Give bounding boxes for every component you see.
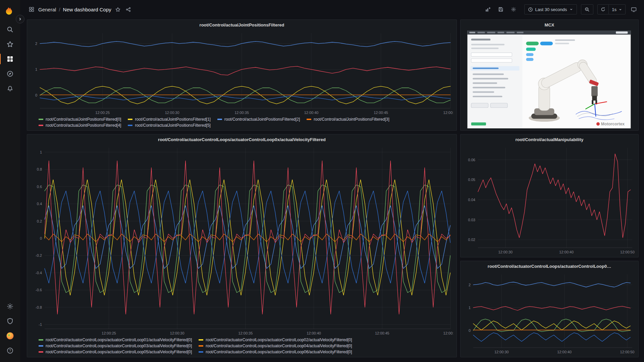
svg-text:0.6: 0.6 <box>37 185 42 189</box>
svg-text:0.2: 0.2 <box>37 219 42 223</box>
series-color-marker <box>307 119 311 120</box>
legend-item[interactable]: root/Control/actualJointPositionsFiltere… <box>39 123 121 128</box>
apps-grid-icon[interactable] <box>28 5 36 13</box>
tv-mode-button[interactable] <box>630 5 638 14</box>
legend-item[interactable]: root/Control/actualJointPositionsFiltere… <box>307 117 389 122</box>
mcx-watermark: Motorcortex <box>601 122 625 126</box>
refresh-icon <box>601 7 605 12</box>
panel-title[interactable]: root/Control/actuatorControlLoops/actuat… <box>158 137 326 142</box>
panel-header: MCX <box>461 20 638 30</box>
chevron-down-icon <box>569 7 573 11</box>
svg-text:2: 2 <box>469 283 471 287</box>
dashboard-title[interactable]: New dashboard Copy <box>63 7 111 12</box>
compass-icon <box>7 70 13 77</box>
share-icon <box>126 7 131 12</box>
actuator-loops-chart[interactable]: 01212:00:3012:00:4012:00:50 <box>463 272 635 355</box>
svg-text:12:00:30: 12:00:30 <box>494 350 509 354</box>
sidebar-item-alerting[interactable] <box>0 81 20 96</box>
save-dashboard-button[interactable] <box>497 5 505 13</box>
legend-label: root/Control/actualJointPositionsFiltere… <box>224 117 300 122</box>
gear-icon <box>511 7 516 12</box>
legend-item[interactable]: root/Control/actualJointPositionsFiltere… <box>128 123 210 128</box>
panel-title[interactable]: root/Control/actuatorControlLoops/actuat… <box>488 264 611 269</box>
svg-text:12:00:40: 12:00:40 <box>557 350 572 354</box>
legend-item[interactable]: root/Control/actuatorControlLoops/actuat… <box>39 344 192 348</box>
legend-item[interactable]: root/Control/actualJointPositionsFiltere… <box>217 117 300 122</box>
time-range-picker[interactable]: Last 30 seconds <box>524 4 577 14</box>
legend-item[interactable]: root/Control/actuatorControlLoops/actuat… <box>39 338 192 342</box>
svg-text:12:00:40: 12:00:40 <box>559 250 574 254</box>
refresh-interval-picker[interactable]: 1s <box>608 5 625 14</box>
svg-text:12:00:50: 12:00:50 <box>443 111 453 115</box>
series-color-marker <box>128 125 132 126</box>
svg-text:12:00:35: 12:00:35 <box>234 111 249 115</box>
panel-title[interactable]: MCX <box>545 22 554 27</box>
avatar <box>6 332 14 340</box>
time-range-label: Last 30 seconds <box>535 7 567 12</box>
dashboards-icon <box>7 56 13 62</box>
legend-label: root/Control/actuatorControlLoops/actuat… <box>206 350 352 354</box>
legend-item[interactable]: root/Control/actuatorControlLoops/actuat… <box>39 350 192 354</box>
svg-text:12:00:25: 12:00:25 <box>95 111 110 115</box>
refresh-button[interactable] <box>598 5 608 14</box>
mcx-image-frame: Motorcortex <box>463 31 635 128</box>
svg-text:12:00:30: 12:00:30 <box>165 111 179 115</box>
panel-joint-positions: root/Control/actualJointPositionsFiltere… <box>27 19 457 131</box>
legend-item[interactable]: root/Control/actuatorControlLoops/actuat… <box>199 344 352 348</box>
svg-text:-1: -1 <box>39 322 42 326</box>
svg-text:0.04: 0.04 <box>468 198 475 202</box>
svg-text:0.05: 0.05 <box>468 178 475 182</box>
legend-label: root/Control/actualJointPositionsFiltere… <box>314 117 389 122</box>
sidebar-item-search[interactable] <box>0 22 20 37</box>
panel-title[interactable]: root/Control/actualJointPositionsFiltere… <box>200 22 284 27</box>
svg-text:12:00:50: 12:00:50 <box>443 331 453 335</box>
svg-text:12:00:30: 12:00:30 <box>498 250 513 254</box>
dashboard-grid: root/Control/actualJointPositionsFiltere… <box>20 19 644 362</box>
panel-header: root/Control/actualManipulability <box>461 134 638 144</box>
grafana-app: ? General / New dashboard Copy <box>0 0 644 362</box>
breadcrumb-separator: / <box>59 7 60 12</box>
sidebar-item-configuration[interactable] <box>0 299 20 314</box>
series-color-marker <box>217 119 222 120</box>
sidebar-item-explore[interactable] <box>0 66 20 81</box>
legend-item[interactable]: root/Control/actuatorControlLoops/actuat… <box>199 350 352 354</box>
zoom-out-time-button[interactable] <box>581 4 593 14</box>
add-panel-button[interactable] <box>484 5 492 14</box>
save-icon <box>498 7 503 12</box>
sidebar-item-help[interactable]: ? <box>0 343 20 358</box>
actuator-velocity-chart[interactable]: -1-0.8-0.6-0.4-0.200.20.40.60.8112:00:25… <box>30 145 453 336</box>
joint-positions-chart[interactable]: 01212:00:2512:00:3012:00:3512:00:4012:00… <box>30 31 453 116</box>
svg-text:-0.4: -0.4 <box>36 271 42 275</box>
breadcrumb-folder[interactable]: General <box>38 7 56 12</box>
refresh-interval-label: 1s <box>612 7 616 12</box>
legend-label: root/Control/actuatorControlLoops/actuat… <box>206 338 352 342</box>
sidebar-item-dashboards[interactable] <box>0 52 20 66</box>
legend-item[interactable]: root/Control/actualJointPositionsFiltere… <box>39 117 121 122</box>
help-icon: ? <box>7 347 13 354</box>
panel-title[interactable]: root/Control/actualManipulability <box>516 137 584 142</box>
star-dashboard-button[interactable] <box>114 6 122 13</box>
svg-text:0: 0 <box>40 236 42 240</box>
series-color-marker <box>39 125 43 126</box>
share-dashboard-button[interactable] <box>124 6 132 13</box>
sidebar-expand-button[interactable] <box>16 15 24 23</box>
mcx-robot-image: Motorcortex <box>463 31 635 128</box>
sidebar-item-server-admin[interactable] <box>0 314 20 328</box>
dashboard-settings-button[interactable] <box>509 5 518 13</box>
content-area: General / New dashboard Copy <box>20 0 644 362</box>
legend-item[interactable]: root/Control/actuatorControlLoops/actuat… <box>199 338 352 342</box>
legend-item[interactable]: root/Control/actualJointPositionsFiltere… <box>128 117 210 122</box>
svg-text:1: 1 <box>469 306 471 310</box>
sidebar-item-profile[interactable] <box>0 328 20 343</box>
clock-icon <box>528 7 533 12</box>
svg-text:1: 1 <box>35 67 37 71</box>
panel-actuator-loops: root/Control/actuatorControlLoops/actuat… <box>460 261 639 357</box>
series-color-marker <box>39 345 43 347</box>
manipulability-chart[interactable]: 0.020.030.040.050.0612:00:3012:00:4012:0… <box>463 145 635 255</box>
sidebar-item-starred[interactable] <box>0 37 20 52</box>
svg-text:12:00:25: 12:00:25 <box>102 331 116 335</box>
panel-mcx: MCX <box>460 19 639 131</box>
legend-label: root/Control/actualJointPositionsFiltere… <box>135 123 210 128</box>
series-color-marker <box>199 351 203 353</box>
svg-text:2: 2 <box>35 42 37 46</box>
